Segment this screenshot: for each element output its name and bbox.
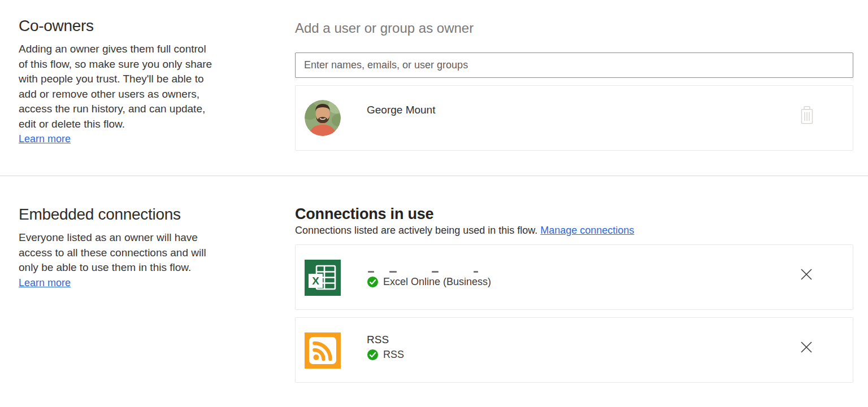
check-circle-icon (367, 276, 379, 288)
connection-account-redacted (367, 271, 491, 273)
connection-status-rss: RSS (367, 349, 404, 361)
avatar-photo (305, 100, 341, 136)
connections-in-use-title: Connections in use (295, 205, 853, 222)
trash-icon (798, 106, 815, 125)
rss-icon-graphic (305, 332, 341, 369)
connection-service-name: RSS (383, 349, 404, 361)
embedded-connections-description: Everyone listed as an owner will have ac… (19, 230, 223, 275)
connections-subtitle-text: Connections listed are actively being us… (295, 225, 537, 236)
close-icon (797, 265, 815, 283)
connection-name: RSS (367, 334, 389, 346)
remove-owner-button[interactable] (798, 106, 815, 125)
embedded-connections-title: Embedded connections (19, 205, 267, 224)
embedded-connections-info-panel: Embedded connections Everyone listed as … (19, 205, 267, 289)
embedded-learn-more-link[interactable]: Learn more (19, 277, 71, 289)
svg-text:X: X (312, 275, 319, 287)
owner-search-input[interactable] (295, 52, 853, 78)
co-owners-editor-panel: Add a user or group as owner (295, 20, 853, 151)
connection-service-name: Excel Online (Business) (383, 276, 491, 288)
connections-in-use-panel: Connections in use Connections listed ar… (295, 205, 853, 383)
remove-connection-button[interactable] (797, 265, 815, 283)
connection-card-rss: RSS RSS (295, 317, 853, 383)
connection-card-excel: X Excel Online (Business) (295, 244, 853, 310)
close-icon (797, 338, 815, 356)
co-owners-info-panel: Co-owners Adding an owner gives them ful… (19, 17, 267, 145)
rss-icon (305, 332, 341, 369)
connection-status-excel: Excel Online (Business) (367, 276, 491, 288)
check-circle-icon (367, 349, 379, 361)
co-owners-title: Co-owners (19, 17, 267, 35)
co-owners-description: Adding an owner gives them full control … (19, 42, 218, 132)
connections-subtitle: Connections listed are actively being us… (295, 225, 853, 237)
avatar (305, 100, 341, 136)
excel-icon-graphic: X (305, 260, 341, 296)
add-owner-label: Add a user or group as owner (295, 20, 853, 36)
co-owners-learn-more-link[interactable]: Learn more (19, 133, 71, 145)
excel-icon: X (305, 260, 341, 296)
remove-connection-button[interactable] (797, 338, 815, 356)
owner-card: George Mount (295, 85, 853, 151)
owner-name: George Mount (367, 104, 435, 116)
section-divider (0, 176, 868, 176)
manage-connections-link[interactable]: Manage connections (540, 225, 634, 236)
